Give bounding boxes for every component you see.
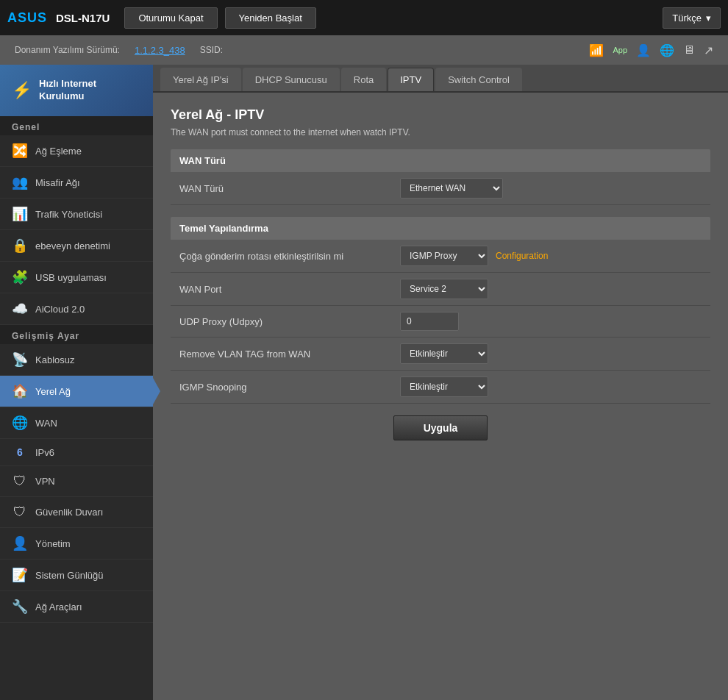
wan-port-select[interactable]: Service 1 Service 2 Service 3 Service 4	[400, 279, 488, 299]
udp-proxy-input[interactable]	[400, 312, 459, 331]
sidebar-label-vpn: VPN	[35, 476, 55, 487]
top-bar: ASUS DSL-N17U Oturumu Kapat Yeniden Başl…	[0, 0, 728, 35]
firmware-label: Donanım Yazılımı Sürümü:	[15, 45, 120, 55]
lan-icon: 🏠	[12, 383, 28, 399]
apply-button-area: Uygula	[171, 415, 710, 440]
app-label[interactable]: App	[613, 46, 627, 54]
sidebar-item-ipv6[interactable]: 6 IPv6	[0, 439, 153, 466]
remove-vlan-row: Remove VLAN TAG from WAN Etkinleştir Dev…	[171, 338, 710, 371]
sidebar-label-misafir-agi: Misafir Ağı	[35, 177, 80, 188]
firewall-icon: 🛡	[12, 504, 28, 520]
page-description: The WAN port must connect to the interne…	[171, 127, 710, 138]
sidebar-item-misafir-agi[interactable]: 👥 Misafir Ağı	[0, 167, 153, 199]
remove-vlan-select[interactable]: Etkinleştir Devre Dışı	[400, 343, 488, 364]
aicloud-icon: ☁️	[12, 301, 28, 317]
remove-vlan-label: Remove VLAN TAG from WAN	[179, 349, 400, 360]
ipv6-icon: 6	[12, 446, 28, 458]
quick-setup-button[interactable]: ⚡ Hızlı InternetKurulumu	[0, 65, 153, 116]
wan-type-control: Ethernet WAN ADSL VDSL	[400, 178, 702, 199]
igmp-snooping-label: IGMP Snooping	[179, 382, 400, 393]
wan-type-label: WAN Türü	[179, 183, 400, 194]
igmp-snooping-row: IGMP Snooping Etkinleştir Devre Dışı	[171, 371, 710, 404]
syslog-icon: 📝	[12, 567, 28, 583]
quick-setup-icon: ⚡	[12, 81, 32, 100]
wan-port-control: Service 1 Service 2 Service 3 Service 4	[400, 279, 702, 299]
wan-port-label: WAN Port	[179, 284, 400, 295]
network-tools-icon: 🔧	[12, 599, 28, 615]
wan-icon: 🌐	[12, 415, 28, 431]
sidebar-label-ag-esleme: Ağ Eşleme	[35, 146, 82, 157]
sidebar-item-yonetim[interactable]: 👤 Yönetim	[0, 528, 153, 560]
page-title: Yerel Ağ - IPTV	[171, 107, 710, 123]
person-icon[interactable]: 👤	[636, 43, 651, 57]
sidebar-item-trafik-yoneticisi[interactable]: 📊 Trafik Yöneticisi	[0, 199, 153, 230]
sidebar-label-sistem-gunlugu: Sistem Günlüğü	[35, 570, 104, 581]
sidebar-item-yerel-ag[interactable]: 🏠 Yerel Ağ	[0, 376, 153, 407]
tab-switch-control[interactable]: Switch Control	[435, 68, 522, 91]
apply-button[interactable]: Uygula	[393, 415, 488, 440]
wan-port-row: WAN Port Service 1 Service 2 Service 3 S…	[171, 273, 710, 306]
wan-type-section-header: WAN Türü	[171, 149, 710, 172]
model-name: DSL-N17U	[56, 12, 110, 24]
sidebar-label-yonetim: Yönetim	[35, 538, 71, 549]
wan-type-select[interactable]: Ethernet WAN ADSL VDSL	[400, 178, 503, 199]
sidebar-item-ag-araclari[interactable]: 🔧 Ağ Araçları	[0, 591, 153, 623]
sidebar-item-usb-uygulamasi[interactable]: 🧩 USB uygulaması	[0, 262, 153, 293]
sidebar-label-ag-araclari: Ağ Araçları	[35, 601, 82, 612]
logo-area: ASUS DSL-N17U	[7, 10, 110, 26]
igmp-snooping-select[interactable]: Etkinleştir Devre Dışı	[400, 376, 488, 397]
sidebar-label-guvenlik-duvari: Güvenlik Duvarı	[35, 507, 103, 518]
sub-header: Donanım Yazılımı Sürümü: 1.1.2.3_438 SSI…	[0, 35, 728, 65]
language-select[interactable]: Türkçe ▾	[663, 7, 721, 29]
sidebar-label-ebeveyn-denetimi: ebeveyn denetimi	[35, 240, 110, 251]
sidebar-item-kablosuz[interactable]: 📡 Kablosuz	[0, 344, 153, 376]
configuration-link[interactable]: Configuration	[496, 251, 548, 261]
sidebar-label-trafik-yoneticisi: Trafik Yöneticisi	[35, 209, 102, 220]
sidebar-item-sistem-gunlugu[interactable]: 📝 Sistem Günlüğü	[0, 560, 153, 591]
udp-proxy-label: UDP Proxy (Udpxy)	[179, 316, 400, 327]
udp-proxy-control	[400, 312, 702, 331]
wan-type-section-body: WAN Türü Ethernet WAN ADSL VDSL	[171, 172, 710, 205]
sidebar-item-ebeveyn-denetimi[interactable]: 🔒 ebeveyn denetimi	[0, 230, 153, 262]
content-area: Yerel Ağ IP'si DHCP Sunucusu Rota IPTV S…	[153, 65, 728, 700]
sidebar-label-wan: WAN	[35, 418, 57, 429]
tab-dhcp[interactable]: DHCP Sunucusu	[243, 68, 340, 91]
sidebar-item-vpn[interactable]: 🛡 VPN	[0, 466, 153, 497]
igmp-snooping-control: Etkinleştir Devre Dışı	[400, 376, 702, 397]
admin-icon: 👤	[12, 535, 28, 551]
sidebar: ⚡ Hızlı InternetKurulumu Genel 🔀 Ağ Eşle…	[0, 65, 153, 700]
tab-yerel-ag-ip[interactable]: Yerel Ağ IP'si	[160, 68, 241, 91]
chevron-down-icon: ▾	[706, 12, 711, 24]
network-map-icon: 🔀	[12, 143, 28, 159]
page-content: Yerel Ağ - IPTV The WAN port must connec…	[153, 93, 728, 700]
restart-button[interactable]: Yeniden Başlat	[225, 7, 316, 29]
top-right-area: Türkçe ▾	[663, 7, 721, 29]
sidebar-item-wan[interactable]: 🌐 WAN	[0, 407, 153, 439]
asus-logo: ASUS	[7, 10, 47, 26]
tab-rota[interactable]: Rota	[341, 68, 386, 91]
monitor-icon[interactable]: 🖥	[683, 43, 695, 57]
share-icon[interactable]: ↗	[704, 43, 713, 57]
wan-type-row: WAN Türü Ethernet WAN ADSL VDSL	[171, 172, 710, 205]
wifi-icon[interactable]: 📶	[589, 43, 604, 57]
globe-icon[interactable]: 🌐	[660, 43, 674, 57]
sidebar-label-ipv6: IPv6	[35, 447, 54, 458]
tab-iptv[interactable]: IPTV	[388, 68, 434, 91]
usb-icon: 🧩	[12, 269, 28, 285]
sidebar-item-aicloud[interactable]: ☁️ AiCloud 2.0	[0, 293, 153, 325]
firmware-version[interactable]: 1.1.2.3_438	[135, 45, 185, 56]
sidebar-label-aicloud: AiCloud 2.0	[35, 304, 85, 315]
sidebar-item-guvenlik-duvari[interactable]: 🛡 Güvenlik Duvarı	[0, 497, 153, 528]
sidebar-item-ag-esleme[interactable]: 🔀 Ağ Eşleme	[0, 135, 153, 167]
multicast-control: IGMP Proxy Devre Dışı Etkinleştir Config…	[400, 246, 702, 266]
multicast-select[interactable]: IGMP Proxy Devre Dışı Etkinleştir	[400, 246, 488, 266]
multicast-row: Çoğa gönderim rotası etkinleştirilsin mi…	[171, 240, 710, 273]
sidebar-label-usb-uygulamasi: USB uygulaması	[35, 272, 107, 283]
logout-button[interactable]: Oturumu Kapat	[124, 7, 217, 29]
sidebar-label-yerel-ag: Yerel Ağ	[35, 386, 71, 397]
multicast-label: Çoğa gönderim rotası etkinleştirilsin mi	[179, 251, 400, 262]
guest-network-icon: 👥	[12, 174, 28, 190]
lang-label: Türkçe	[672, 12, 702, 24]
sidebar-label-kablosuz: Kablosuz	[35, 354, 74, 365]
quick-setup-label: Hızlı InternetKurulumu	[39, 78, 96, 103]
